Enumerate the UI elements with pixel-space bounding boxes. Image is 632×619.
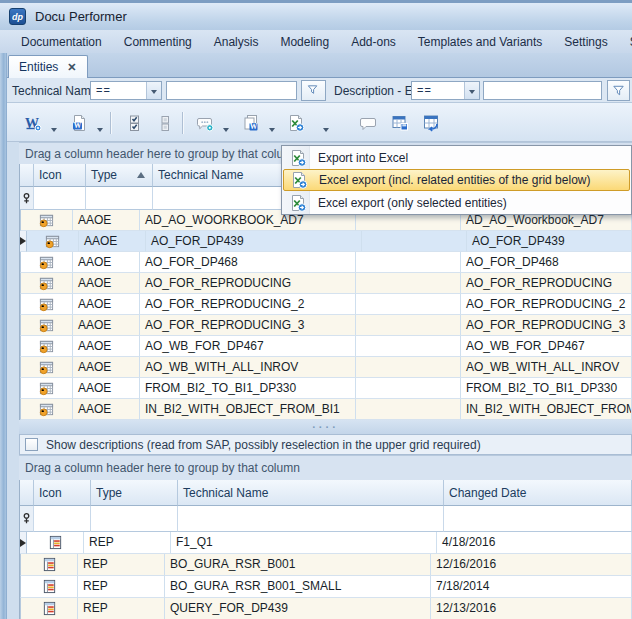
- column-header-changed-date[interactable]: Changed Date: [444, 480, 632, 506]
- table-row[interactable]: AAOE IN_BI2_WITH_OBJECT_FROM_BI1 IN_BI2_…: [20, 399, 632, 420]
- comment-settings-button[interactable]: [192, 110, 218, 136]
- technical-name-operator-combo[interactable]: ==: [90, 81, 162, 100]
- horizontal-splitter[interactable]: ····: [19, 420, 632, 434]
- tab-close-icon[interactable]: ✕: [67, 62, 76, 73]
- cell-blank[interactable]: [356, 273, 461, 294]
- cell-technical-name[interactable]: BO_GURA_RSR_B001: [165, 554, 431, 576]
- table-row[interactable]: AAOE AO_WB_FOR_DP467 AO_WB_FOR_DP467: [20, 336, 632, 357]
- cell-technical-name[interactable]: AO_FOR_DP468: [140, 252, 356, 273]
- menu-sap-integration[interactable]: SAP I: [619, 32, 632, 52]
- column-header-icon[interactable]: Icon: [34, 164, 86, 187]
- menu-item-export-into-excel[interactable]: Export into Excel: [282, 146, 631, 169]
- cell-type[interactable]: AAOE: [79, 231, 146, 252]
- table-row-selected[interactable]: AAOE AO_FOR_DP439 AO_FOR_DP439: [20, 231, 632, 252]
- cell-type[interactable]: AAOE: [73, 378, 140, 399]
- cell-description[interactable]: AO_FOR_REPRODUCING_2: [461, 294, 632, 315]
- word-export-dropdown[interactable]: [47, 110, 61, 136]
- grid-save-button[interactable]: [387, 110, 413, 136]
- technical-name-filter-input[interactable]: [166, 81, 297, 100]
- cell-type[interactable]: AAOE: [73, 357, 140, 378]
- bottom-grid-auto-filter-row[interactable]: [20, 506, 632, 532]
- cell-description[interactable]: AO_FOR_DP468: [461, 252, 632, 273]
- excel-export-button[interactable]: [283, 110, 309, 136]
- cell-description[interactable]: FROM_BI2_TO_BI1_DP330: [461, 378, 632, 399]
- excel-export-dropdown[interactable]: [319, 110, 333, 136]
- menu-templates-and-variants[interactable]: Templates and Variants: [407, 32, 554, 52]
- cell-description[interactable]: AO_FOR_REPRODUCING_3: [461, 315, 632, 336]
- cell-type[interactable]: AAOE: [73, 252, 140, 273]
- cell-type[interactable]: REP: [78, 598, 165, 619]
- description-filter-input[interactable]: [483, 81, 602, 100]
- filter-cell[interactable]: [178, 506, 444, 532]
- cell-blank[interactable]: [356, 399, 461, 420]
- menu-modeling[interactable]: Modeling: [269, 32, 340, 52]
- description-operator-combo[interactable]: ==: [411, 81, 480, 100]
- bottom-grid-group-panel[interactable]: Drag a column header here to group by th…: [19, 455, 632, 480]
- cell-changed-date[interactable]: 12/16/2016: [431, 554, 632, 576]
- cell-technical-name[interactable]: AO_WB_WITH_ALL_INROV: [140, 357, 356, 378]
- cell-type[interactable]: AAOE: [73, 399, 140, 420]
- table-row[interactable]: REP QUERY_FOR_DP439 12/13/2016: [20, 598, 632, 619]
- cell-blank[interactable]: [356, 336, 461, 357]
- table-row[interactable]: AAOE AO_FOR_REPRODUCING_2 AO_FOR_REPRODU…: [20, 294, 632, 315]
- menu-add-ons[interactable]: Add-ons: [340, 32, 407, 52]
- table-row[interactable]: AAOE AO_FOR_DP468 AO_FOR_DP468: [20, 252, 632, 273]
- filter-cell[interactable]: [91, 506, 178, 532]
- filter-cell[interactable]: [34, 187, 86, 210]
- cell-technical-name[interactable]: AO_WB_FOR_DP467: [140, 336, 356, 357]
- menu-analysis[interactable]: Analysis: [203, 32, 270, 52]
- apply-filter-button[interactable]: [301, 80, 326, 101]
- filter-cell[interactable]: [444, 506, 632, 532]
- chevron-down-icon[interactable]: [464, 82, 479, 99]
- cell-description[interactable]: IN_BI2_WITH_OBJECT_FROM_BI1: [461, 399, 632, 420]
- table-row[interactable]: REP BO_GURA_RSR_B001_SMALL 7/18/2014: [20, 576, 632, 598]
- grid-refresh-button[interactable]: [418, 110, 444, 136]
- cell-technical-name[interactable]: IN_BI2_WITH_OBJECT_FROM_BI1: [140, 399, 356, 420]
- cell-type[interactable]: AAOE: [73, 336, 140, 357]
- column-header-icon[interactable]: Icon: [34, 480, 91, 506]
- menu-settings[interactable]: Settings: [553, 32, 618, 52]
- column-header-type[interactable]: Type: [86, 164, 153, 187]
- menu-item-excel-export-incl-related[interactable]: Excel export (incl. related entities of …: [283, 169, 630, 191]
- column-header-technical-name[interactable]: Technical Name: [178, 480, 444, 506]
- table-row[interactable]: AAOE AO_FOR_REPRODUCING_3 AO_FOR_REPRODU…: [20, 315, 632, 336]
- cell-technical-name[interactable]: BO_GURA_RSR_B001_SMALL: [165, 576, 431, 598]
- cell-type[interactable]: REP: [78, 576, 165, 598]
- word-export-button[interactable]: [20, 110, 46, 136]
- cell-technical-name[interactable]: AO_FOR_DP439: [146, 231, 362, 252]
- cell-type[interactable]: REP: [84, 532, 171, 554]
- cell-blank[interactable]: [362, 231, 467, 252]
- table-row[interactable]: AAOE AO_FOR_REPRODUCING AO_FOR_REPRODUCI…: [20, 273, 632, 294]
- filter-cell[interactable]: [86, 187, 153, 210]
- cell-type[interactable]: AAOE: [73, 315, 140, 336]
- word-document-button[interactable]: [66, 110, 92, 136]
- copy-word-dropdown[interactable]: [265, 110, 279, 136]
- cell-blank[interactable]: [356, 315, 461, 336]
- cell-changed-date[interactable]: 12/13/2016: [431, 598, 632, 619]
- table-row[interactable]: AAOE FROM_BI2_TO_BI1_DP330 FROM_BI2_TO_B…: [20, 378, 632, 399]
- cell-changed-date[interactable]: 4/18/2016: [437, 532, 632, 554]
- menu-documentation[interactable]: Documentation: [10, 32, 113, 52]
- copy-word-button[interactable]: [238, 110, 264, 136]
- cell-technical-name[interactable]: AO_FOR_REPRODUCING_3: [140, 315, 356, 336]
- show-descriptions-checkbox[interactable]: [25, 438, 38, 451]
- filter-cell[interactable]: [34, 506, 91, 532]
- cell-technical-name[interactable]: QUERY_FOR_DP439: [165, 598, 431, 619]
- chevron-down-icon[interactable]: [146, 82, 161, 99]
- tab-entities[interactable]: Entities ✕: [8, 55, 88, 78]
- cell-description[interactable]: AO_FOR_REPRODUCING: [461, 273, 632, 294]
- word-document-dropdown[interactable]: [93, 110, 107, 136]
- cell-description[interactable]: AO_FOR_DP439: [467, 231, 632, 252]
- cell-type[interactable]: REP: [78, 554, 165, 576]
- uncheck-all-button[interactable]: [152, 110, 178, 136]
- table-row-selected[interactable]: REP F1_Q1 4/18/2016: [20, 532, 632, 554]
- comment-button[interactable]: [355, 110, 381, 136]
- menu-commenting[interactable]: Commenting: [113, 32, 203, 52]
- cell-technical-name[interactable]: AO_FOR_REPRODUCING: [140, 273, 356, 294]
- cell-blank[interactable]: [356, 294, 461, 315]
- cell-type[interactable]: AAOE: [73, 273, 140, 294]
- cell-type[interactable]: AAOE: [73, 210, 140, 231]
- cell-technical-name[interactable]: F1_Q1: [171, 532, 437, 554]
- cell-blank[interactable]: [356, 378, 461, 399]
- table-row[interactable]: REP BO_GURA_RSR_B001 12/16/2016: [20, 554, 632, 576]
